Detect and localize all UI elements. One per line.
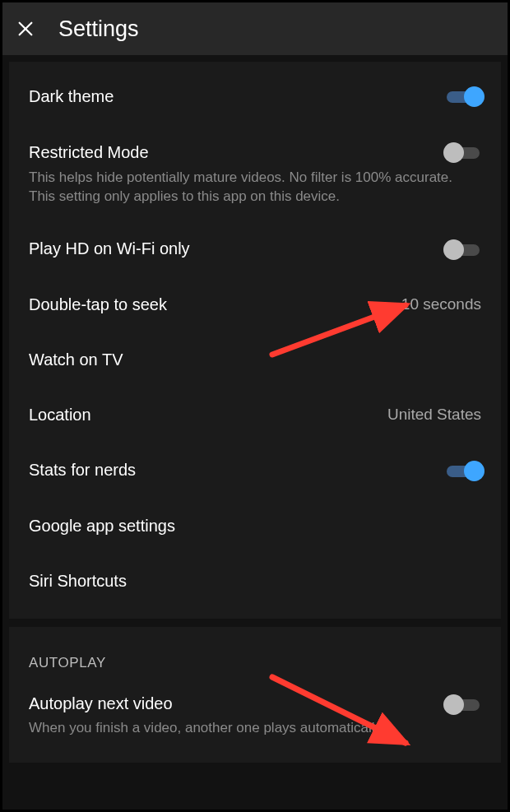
settings-screen: Settings Dark theme Restricted Mode This… xyxy=(0,0,510,812)
restricted-mode-toggle[interactable] xyxy=(445,142,481,162)
autoplay-next-video-description: When you finish a video, another one pla… xyxy=(9,719,501,753)
row-watch-on-tv[interactable]: Watch on TV xyxy=(9,332,501,387)
restricted-mode-description: This helps hide potentially mature video… xyxy=(9,169,501,221)
dark-theme-toggle[interactable] xyxy=(445,86,481,106)
stats-for-nerds-toggle[interactable] xyxy=(445,461,481,480)
autoplay-next-video-label: Autoplay next video xyxy=(29,694,173,713)
double-tap-seek-label: Double-tap to seek xyxy=(29,295,167,314)
autoplay-section-header: AUTOPLAY xyxy=(9,633,501,678)
google-app-settings-label: Google app settings xyxy=(29,517,175,536)
header-bar: Settings xyxy=(2,2,508,55)
dark-theme-label: Dark theme xyxy=(29,87,114,106)
row-location[interactable]: Location United States xyxy=(9,387,501,443)
stats-for-nerds-label: Stats for nerds xyxy=(29,461,136,480)
row-google-app-settings[interactable]: Google app settings xyxy=(9,499,501,554)
row-play-hd-wifi[interactable]: Play HD on Wi-Fi only xyxy=(9,221,501,277)
location-label: Location xyxy=(29,406,91,425)
autoplay-panel: AUTOPLAY Autoplay next video When you fi… xyxy=(9,627,501,763)
row-siri-shortcuts[interactable]: Siri Shortcuts xyxy=(9,554,501,609)
row-double-tap-seek[interactable]: Double-tap to seek 10 seconds xyxy=(9,277,501,332)
location-value: United States xyxy=(387,406,481,424)
watch-on-tv-label: Watch on TV xyxy=(29,350,123,369)
play-hd-wifi-toggle[interactable] xyxy=(445,239,481,259)
general-settings-panel: Dark theme Restricted Mode This helps hi… xyxy=(9,62,501,619)
autoplay-next-video-toggle[interactable] xyxy=(445,694,481,714)
siri-shortcuts-label: Siri Shortcuts xyxy=(29,572,127,591)
page-title: Settings xyxy=(58,16,139,42)
row-stats-for-nerds[interactable]: Stats for nerds xyxy=(9,443,501,499)
restricted-mode-label: Restricted Mode xyxy=(29,143,149,162)
row-dark-theme[interactable]: Dark theme xyxy=(9,68,501,124)
play-hd-wifi-label: Play HD on Wi-Fi only xyxy=(29,239,190,258)
double-tap-seek-value: 10 seconds xyxy=(401,295,481,313)
close-icon[interactable] xyxy=(16,19,35,39)
